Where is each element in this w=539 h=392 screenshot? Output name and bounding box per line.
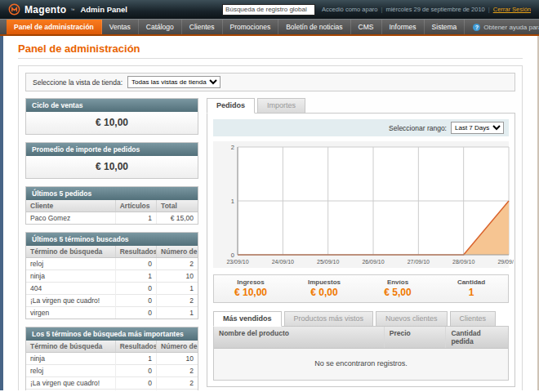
range-toolbar: Seleccionar rango: Last 7 Days bbox=[213, 119, 509, 136]
table-cell: ¡La virgen que cuadro! bbox=[26, 295, 115, 307]
table-cell: 0 bbox=[115, 283, 156, 295]
table-cell: 2 bbox=[157, 377, 198, 390]
panel-value: € 10,00 bbox=[26, 112, 198, 134]
svg-text:28/09/10: 28/09/10 bbox=[452, 259, 474, 265]
svg-text:25/09/10: 25/09/10 bbox=[317, 259, 339, 265]
total-label: Envíos bbox=[361, 278, 434, 286]
help-link[interactable]: ? Obtener ayuda para esta página bbox=[465, 20, 539, 34]
panel-ultimos-5-pedidos: Últimos 5 pedidosClienteArtículosTotalPa… bbox=[25, 186, 198, 225]
table-cell: ninja bbox=[26, 353, 115, 365]
table-row[interactable]: ninja110 bbox=[26, 353, 198, 365]
top-bar: Magento™ Admin Panel Accedió como aparo … bbox=[0, 0, 539, 19]
store-view-select[interactable]: Todas las vistas de tienda bbox=[127, 76, 220, 88]
total-value: € 5,00 bbox=[361, 287, 434, 298]
table-cell: 0 bbox=[115, 307, 156, 319]
svg-text:1: 1 bbox=[231, 198, 234, 205]
help-icon: ? bbox=[473, 24, 480, 31]
orders-panel: Seleccionar rango: Last 7 Days 01223/09/… bbox=[207, 113, 515, 387]
magento-logo-icon bbox=[8, 3, 20, 16]
panel-los-5-terminos-de-busqueda-mas-importantes: Los 5 términos de búsqueda más important… bbox=[25, 327, 198, 390]
table-cell: reloj bbox=[26, 365, 115, 377]
tab-nuevos-clientes[interactable]: Nuevos clientes bbox=[376, 311, 448, 327]
totals-bar: Ingresos€ 10,00Impuestos€ 0,00Envíos€ 5,… bbox=[213, 274, 509, 303]
panel-title: Ciclo de ventas bbox=[26, 99, 198, 112]
logo-trademark: ™ bbox=[70, 7, 74, 12]
total-label: Impuestos bbox=[287, 278, 361, 286]
nav-item-ventas[interactable]: Ventas bbox=[102, 20, 139, 34]
table-cell: 1 bbox=[157, 390, 198, 391]
table-cell: 1 bbox=[157, 307, 198, 319]
range-select[interactable]: Last 7 Days bbox=[451, 122, 504, 134]
table-row[interactable]: 40401 bbox=[26, 283, 198, 295]
table-cell: ¡La virgen que cuadro! bbox=[26, 377, 115, 390]
logo-subtitle: Admin Panel bbox=[80, 5, 127, 14]
table-row[interactable]: ¡La virgen que cuadro!02 bbox=[26, 295, 198, 307]
dashboard-container: Seleccione la vista de tienda: Todas las… bbox=[18, 65, 523, 390]
table-row[interactable]: Paco Gomez1€ 15,00 bbox=[26, 212, 198, 225]
nav-item-clientes[interactable]: Clientes bbox=[182, 20, 223, 34]
table-cell: 1 bbox=[115, 353, 156, 365]
table-cell: 0 bbox=[115, 390, 156, 391]
nav-item-catalogo[interactable]: Catálogo bbox=[139, 20, 182, 34]
table-cell: 1 bbox=[157, 283, 198, 295]
table-cell: 2 bbox=[157, 258, 198, 270]
nav-item-sistema[interactable]: Sistema bbox=[425, 20, 466, 34]
table-cell: 10 bbox=[157, 353, 198, 365]
global-search-input[interactable] bbox=[222, 4, 315, 16]
svg-text:2: 2 bbox=[231, 144, 234, 151]
table-row[interactable]: 40401 bbox=[26, 390, 198, 391]
table-cell: 404 bbox=[26, 390, 115, 391]
nav-item-promociones[interactable]: Promociones bbox=[223, 20, 279, 34]
nav-item-panel-de-administracion[interactable]: Panel de administración bbox=[7, 20, 102, 34]
column-header: Total bbox=[157, 200, 198, 212]
page-title: Panel de administración bbox=[18, 42, 523, 59]
main-nav: Panel de administraciónVentasCatálogoCli… bbox=[0, 19, 539, 36]
help-label: Obtener ayuda para esta página bbox=[483, 24, 539, 31]
logout-link[interactable]: Cerrar Sesión bbox=[493, 6, 531, 13]
tab-pedidos[interactable]: Pedidos bbox=[207, 98, 255, 114]
svg-text:23/09/10: 23/09/10 bbox=[226, 259, 248, 265]
table-cell: 404 bbox=[26, 283, 115, 295]
page-body: Panel de administración Seleccione la vi… bbox=[0, 36, 539, 390]
total-ingresos: Ingresos€ 10,00 bbox=[214, 278, 287, 298]
tab-mas-vendidos[interactable]: Más vendidos bbox=[213, 311, 282, 327]
column-header: Resultados bbox=[115, 246, 156, 258]
table-row[interactable]: ninja110 bbox=[26, 270, 198, 283]
panel-promedio-de-importe-de-pedidos: Promedio de importe de pedidos€ 10,00 bbox=[25, 142, 198, 179]
nav-item-boletin-de-noticias[interactable]: Boletín de noticias bbox=[278, 20, 350, 34]
magento-admin-window: Magento™ Admin Panel Accedió como aparo … bbox=[0, 0, 539, 392]
nav-item-cms[interactable]: CMS bbox=[351, 20, 382, 34]
total-impuestos: Impuestos€ 0,00 bbox=[287, 278, 361, 298]
store-switcher-label: Seleccione la vista de tienda: bbox=[33, 78, 122, 87]
table-cell: ninja bbox=[26, 270, 115, 283]
grid-header: Nombre del productoPrecioCantidad pedida bbox=[214, 327, 508, 349]
table-row[interactable]: virgen01 bbox=[26, 307, 198, 319]
svg-text:24/09/10: 24/09/10 bbox=[272, 259, 294, 265]
column-header: Artículos bbox=[115, 200, 156, 212]
table-cell: 0 bbox=[115, 377, 156, 390]
table-cell: 10 bbox=[157, 270, 198, 283]
table-cell: reloj bbox=[26, 258, 115, 270]
left-column: Ciclo de ventas€ 10,00Promedio de import… bbox=[25, 98, 198, 390]
table-row[interactable]: reloj02 bbox=[26, 365, 198, 377]
total-value: € 10,00 bbox=[214, 287, 287, 298]
tab-productos-mas-vistos[interactable]: Productos más vistos bbox=[284, 311, 374, 327]
svg-text:29/09/10: 29/09/10 bbox=[497, 259, 514, 265]
panel-value: € 10,00 bbox=[26, 156, 198, 178]
total-label: Ingresos bbox=[214, 278, 287, 286]
dashboard-columns: Ciclo de ventas€ 10,00Promedio de import… bbox=[25, 98, 515, 390]
tab-clientes[interactable]: Clientes bbox=[450, 311, 497, 327]
store-switcher: Seleccione la vista de tienda: Todas las… bbox=[25, 73, 515, 91]
table-cell: 2 bbox=[157, 295, 198, 307]
panel-ultimos-5-terminos-buscados: Últimos 5 términos buscadosTérmino de bú… bbox=[25, 232, 198, 319]
current-date: miércoles 29 de septiembre de 2010 bbox=[385, 6, 484, 13]
nav-item-informes[interactable]: Informes bbox=[382, 20, 425, 34]
column-header: Cliente bbox=[26, 200, 115, 212]
total-value: 1 bbox=[434, 287, 508, 298]
table-row[interactable]: reloj02 bbox=[26, 258, 198, 270]
table-cell: € 15,00 bbox=[157, 212, 198, 225]
table-row[interactable]: ¡La virgen que cuadro!02 bbox=[26, 377, 198, 390]
panel-ciclo-de-ventas: Ciclo de ventas€ 10,00 bbox=[25, 98, 198, 135]
total-value: € 0,00 bbox=[287, 287, 361, 298]
tab-importes[interactable]: Importes bbox=[257, 98, 305, 114]
